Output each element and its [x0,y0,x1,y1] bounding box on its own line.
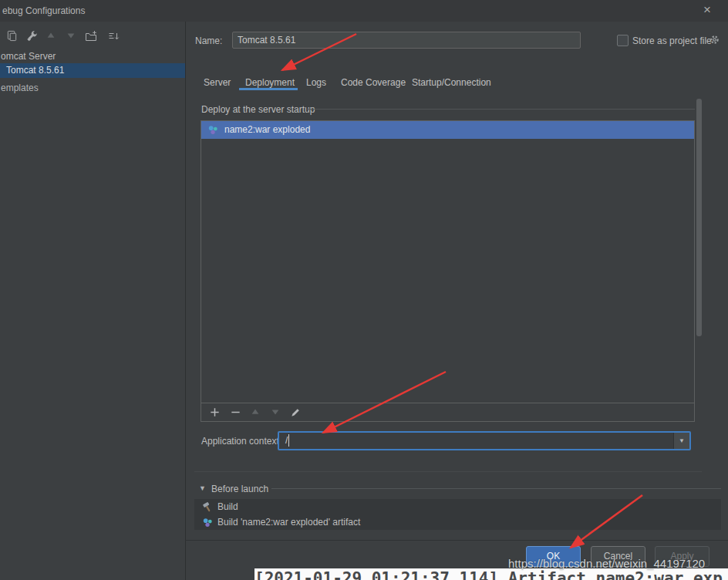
artifact-item-label: name2:war exploded [224,121,310,139]
before-launch-build-label: Build [217,499,238,514]
tree-item-label: Tomcat 8.5.61 [6,65,64,76]
before-launch-build-row[interactable]: Build [194,499,721,514]
selected-tab-underline [239,88,298,90]
tab-logs[interactable]: Logs [306,77,326,88]
hammer-icon [202,501,214,513]
artifact-list-toolbar [201,403,694,421]
before-launch-artifact-label: Build 'name2:war exploded' artifact [217,514,360,530]
tab-startup-connection[interactable]: Startup/Connection [412,77,491,88]
deploy-section-label: Deploy at the server startup [201,104,315,115]
tree-group-label: emplates [1,83,39,93]
remove-icon[interactable] [230,406,242,419]
tab-server[interactable]: Server [204,77,231,88]
close-icon[interactable]: × [703,3,711,17]
name-input[interactable] [232,32,581,49]
move-down-icon[interactable] [270,406,282,419]
name-label: Name: [195,35,222,46]
artifact-icon [202,517,214,528]
tree-group-tomcat-server[interactable]: omcat Server [0,49,185,63]
artifact-list-area: name2:war exploded [201,121,694,403]
before-launch-artifact-row[interactable]: Build 'name2:war exploded' artifact [194,514,721,530]
footer-divider [185,540,728,541]
add-icon[interactable] [209,406,221,419]
tab-deployment[interactable]: Deployment [245,77,295,88]
application-context-value[interactable]: / [285,434,289,447]
csdn-watermark: https://blog.csdn.net/weixin_44197120 [508,557,705,570]
sort-configurations-icon[interactable] [107,30,120,42]
wrench-icon[interactable] [26,30,39,42]
store-as-project-file-label[interactable]: Store as project file [632,35,712,46]
artifact-list-item[interactable]: name2:war exploded [201,121,694,139]
edit-pencil-icon[interactable] [290,406,302,419]
move-up-icon[interactable] [46,30,58,42]
deployment-artifact-list: name2:war exploded [201,120,695,422]
deploy-section-divider [307,109,695,110]
tree-group-templates[interactable]: emplates [0,81,185,95]
application-context-label: Application context: [201,436,281,447]
tab-code-coverage[interactable]: Code Coverage [341,77,406,88]
background-console-text: [2021-01-29 01:21:37,114] Artifact name2… [254,568,728,580]
window-title: ebug Configurations [2,5,85,16]
gear-icon[interactable] [709,34,720,46]
tree-item-tomcat-8-5-61[interactable]: Tomcat 8.5.61 [0,63,185,78]
move-down-icon[interactable] [66,30,78,42]
application-context-combobox[interactable]: / ▼ [278,431,691,450]
store-as-project-file-checkbox[interactable] [617,35,629,46]
before-launch-collapse-icon[interactable]: ▼ [199,484,206,492]
console-text-line: [2021-01-29 01:21:37,114] Artifact name2… [254,569,728,580]
move-up-icon[interactable] [250,406,262,419]
artifact-icon [207,124,219,136]
tab-content-divider [194,471,702,472]
before-launch-title: Before launch [211,484,268,494]
copy-configuration-icon[interactable] [6,30,19,42]
title-bar: ebug Configurations × [0,0,728,22]
tree-group-label: omcat Server [1,51,56,62]
sidebar: omcat Server Tomcat 8.5.61 emplates [0,22,186,580]
new-folder-icon[interactable] [85,30,97,42]
chevron-down-icon[interactable]: ▼ [673,433,689,449]
vertical-scrollbar-thumb[interactable] [696,99,702,336]
before-launch-divider [271,488,721,489]
